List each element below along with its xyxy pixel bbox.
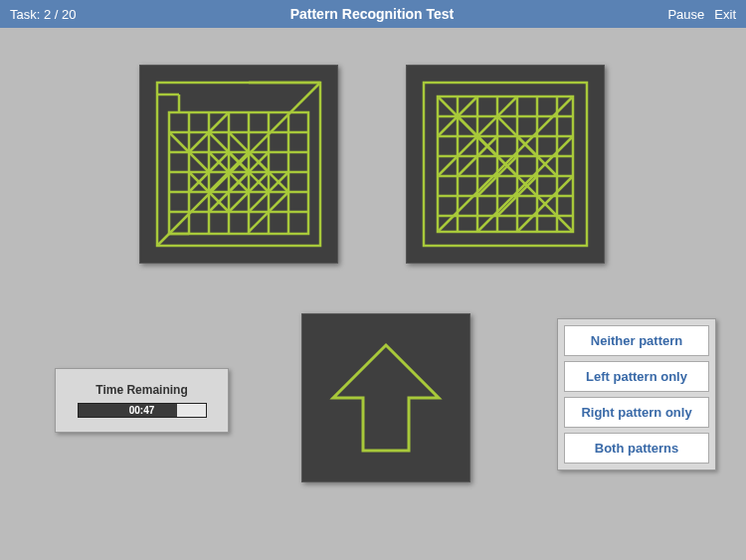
task-counter: Task: 2 / 20 xyxy=(10,7,76,22)
answer-panel: Neither pattern Left pattern only Right … xyxy=(557,318,716,470)
answer-left-button[interactable]: Left pattern only xyxy=(564,361,709,392)
target-pattern-box xyxy=(301,313,470,482)
page-title: Pattern Recognition Test xyxy=(76,6,667,22)
answer-both-button[interactable]: Both patterns xyxy=(564,433,709,464)
time-remaining-panel: Time Remaining 00:47 xyxy=(55,368,229,433)
pause-button[interactable]: Pause xyxy=(667,7,704,22)
header-bar: Task: 2 / 20 Pattern Recognition Test Pa… xyxy=(0,0,746,28)
svg-line-13 xyxy=(157,83,320,246)
exit-button[interactable]: Exit xyxy=(714,7,736,22)
arrow-up-icon xyxy=(321,333,451,463)
pattern-right-svg xyxy=(416,75,595,254)
time-progress-bar: 00:47 xyxy=(78,403,207,418)
header-controls: Pause Exit xyxy=(667,7,736,22)
pattern-box-right xyxy=(406,65,605,264)
pattern-box-left xyxy=(139,65,338,264)
time-value: 00:47 xyxy=(79,405,206,416)
time-label: Time Remaining xyxy=(95,383,187,397)
answer-right-button[interactable]: Right pattern only xyxy=(564,397,709,428)
pattern-left-svg xyxy=(149,75,328,254)
answer-neither-button[interactable]: Neither pattern xyxy=(564,325,709,356)
